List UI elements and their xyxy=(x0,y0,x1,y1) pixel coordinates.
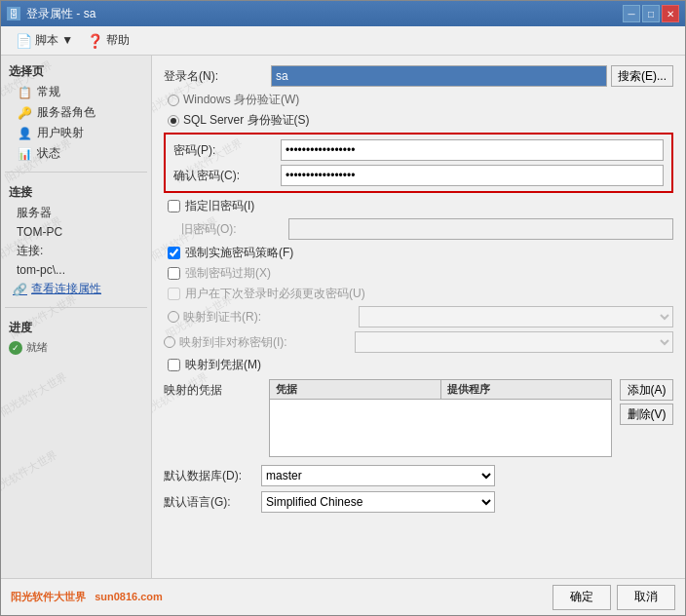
maximize-button[interactable]: □ xyxy=(642,5,660,22)
server-roles-icon: 🔑 xyxy=(17,105,32,121)
map-to-key-row: 映射到非对称密钥(I): xyxy=(164,331,673,353)
password-label: 密码(P): xyxy=(173,142,281,159)
ok-button[interactable]: 确定 xyxy=(553,585,611,610)
sidebar-item-server-roles-label: 服务器角色 xyxy=(37,104,95,121)
windows-auth-radio[interactable] xyxy=(168,95,179,106)
help-label: 帮助 xyxy=(106,32,130,49)
old-password-row: 旧密码(O): xyxy=(164,218,673,240)
sidebar-item-user-mapping[interactable]: 👤 用户映射 xyxy=(1,123,151,143)
connection-info: 连接: xyxy=(1,241,151,261)
windows-auth-label[interactable]: Windows 身份验证(W) xyxy=(168,92,673,108)
server-value: TOM-PC xyxy=(17,225,62,239)
cancel-button[interactable]: 取消 xyxy=(617,585,675,610)
connection-title: 连接 xyxy=(1,180,151,203)
map-to-key-dropdown[interactable] xyxy=(355,331,673,353)
select-page-title: 选择页 xyxy=(1,59,151,82)
sql-auth-group: SQL Server 身份验证(S) xyxy=(164,112,673,129)
connection-value: tom-pc\... xyxy=(17,263,65,277)
map-to-cert-label: 映射到证书(R): xyxy=(183,309,359,326)
password-section: 密码(P): 确认密码(C): xyxy=(164,133,673,193)
status-label: 就绪 xyxy=(26,340,48,355)
sql-auth-radio[interactable] xyxy=(168,115,179,127)
window-icon: 🗄 xyxy=(7,7,20,20)
sidebar: 阳光软件大世界 阳光软件大世界 阳光软件大世界 阳光软件大世界 阳光软件大世界 … xyxy=(1,56,152,578)
sidebar-item-server-roles[interactable]: 🔑 服务器角色 xyxy=(1,102,151,123)
enforce-expiry-checkbox[interactable] xyxy=(168,267,180,280)
table-right-buttons: 添加(A) 删除(V) xyxy=(620,379,673,425)
footer-buttons: 确定 取消 xyxy=(553,585,675,610)
footer-watermark: 阳光软件大世界 sun0816.com xyxy=(11,590,163,604)
progress-section: 进度 ✓ 就绪 xyxy=(1,316,151,357)
window-title: 登录属性 - sa xyxy=(26,6,95,22)
script-label: 脚本 ▼ xyxy=(35,32,73,49)
map-key-radio[interactable] xyxy=(164,336,175,348)
must-change-checkbox[interactable] xyxy=(168,288,180,300)
sidebar-item-general[interactable]: 📋 常规 xyxy=(1,82,151,102)
status-icon: ✓ xyxy=(9,341,22,355)
connection-value-row: tom-pc\... xyxy=(1,261,151,279)
specify-old-pwd-row: 指定旧密码(I) xyxy=(164,198,673,214)
link-icon: 🔗 xyxy=(13,283,27,296)
password-input[interactable] xyxy=(281,139,664,161)
close-button[interactable]: ✕ xyxy=(662,5,679,22)
specify-old-pwd-label: 指定旧密码(I) xyxy=(185,198,254,214)
confirm-password-label: 确认密码(C): xyxy=(173,168,281,184)
map-to-credential-label: 映射到凭据(M) xyxy=(185,357,261,373)
search-button[interactable]: 搜索(E)... xyxy=(611,65,673,87)
sidebar-watermark-5: 阳光软件大世界 xyxy=(1,369,70,419)
default-db-dropdown[interactable]: master xyxy=(261,465,495,486)
confirm-password-input[interactable] xyxy=(281,165,664,186)
server-label: 服务器 xyxy=(17,205,52,221)
mapped-credentials-label: 映射的凭据 xyxy=(164,379,261,399)
title-bar: 🗄 登录属性 - sa ─ □ ✕ xyxy=(1,1,685,26)
must-change-label: 用户在下次登录时必须更改密码(U) xyxy=(185,286,365,302)
sidebar-item-general-label: 常规 xyxy=(37,84,60,100)
map-to-cert-dropdown[interactable] xyxy=(359,306,673,327)
status-nav-icon: 📊 xyxy=(17,146,32,162)
help-button[interactable]: ❓ 帮助 xyxy=(80,29,136,52)
old-password-label: 旧密码(O): xyxy=(181,221,288,238)
map-to-key-label: 映射到非对称密钥(I): xyxy=(179,334,355,351)
login-name-label: 登录名(N): xyxy=(164,68,271,85)
confirm-password-row: 确认密码(C): xyxy=(173,165,664,186)
map-cert-radio-group: 映射到证书(R): xyxy=(164,309,359,326)
table-col2-header: 提供程序 xyxy=(441,380,612,399)
main-content: 阳光软件大世界 阳光软件大世界 阳光软件大世界 阳光软件大世界 阳光软件大世界 … xyxy=(1,56,685,578)
table-header: 凭据 提供程序 xyxy=(270,380,611,400)
mapped-table-row: 映射的凭据 凭据 提供程序 添加(A) 删除(V) xyxy=(164,379,673,457)
default-lang-label: 默认语言(G): xyxy=(164,494,261,511)
map-to-credential-checkbox[interactable] xyxy=(168,359,180,371)
footer-watermark-text: 阳光软件大世界 xyxy=(11,591,86,602)
server-value-row: TOM-PC xyxy=(1,223,151,241)
mapped-table-area: 映射的凭据 凭据 提供程序 添加(A) 删除(V) xyxy=(164,379,673,457)
enforce-policy-row: 强制实施密码策略(F) xyxy=(164,245,673,261)
map-cert-radio[interactable] xyxy=(168,311,179,323)
sidebar-watermark-6: 阳光软件大世界 xyxy=(1,447,60,497)
specify-old-pwd-checkbox[interactable] xyxy=(168,200,180,212)
table-container: 凭据 提供程序 xyxy=(269,379,612,457)
view-connection-link[interactable]: 🔗 查看连接属性 xyxy=(1,279,151,299)
login-name-input[interactable] xyxy=(271,65,607,87)
connection-section: 连接 服务器 TOM-PC 连接: tom-pc\... 🔗 查看连接属性 xyxy=(1,180,151,299)
password-row: 密码(P): xyxy=(173,139,664,161)
title-controls: ─ □ ✕ xyxy=(623,5,679,22)
enforce-policy-checkbox[interactable] xyxy=(168,247,180,259)
default-db-label: 默认数据库(D): xyxy=(164,468,261,484)
minimize-button[interactable]: ─ xyxy=(623,5,640,22)
user-mapping-icon: 👤 xyxy=(17,126,32,141)
status-row: ✓ 就绪 xyxy=(1,338,151,357)
old-password-input[interactable] xyxy=(288,218,673,240)
table-body[interactable] xyxy=(270,400,611,452)
sidebar-item-status[interactable]: 📊 状态 xyxy=(1,143,151,164)
sidebar-divider-1 xyxy=(5,172,147,173)
sidebar-item-status-label: 状态 xyxy=(37,145,60,162)
script-button[interactable]: 📄 脚本 ▼ xyxy=(9,29,80,52)
login-name-row: 登录名(N): 搜索(E)... xyxy=(164,65,673,87)
mapped-table: 凭据 提供程序 xyxy=(269,379,612,457)
sql-auth-label[interactable]: SQL Server 身份验证(S) xyxy=(168,112,673,129)
script-icon: 📄 xyxy=(16,33,32,49)
add-button[interactable]: 添加(A) xyxy=(620,379,673,401)
remove-button[interactable]: 删除(V) xyxy=(620,404,673,425)
default-lang-dropdown[interactable]: Simplified Chinese xyxy=(261,491,495,513)
enforce-expiry-row: 强制密码过期(X) xyxy=(164,265,673,282)
